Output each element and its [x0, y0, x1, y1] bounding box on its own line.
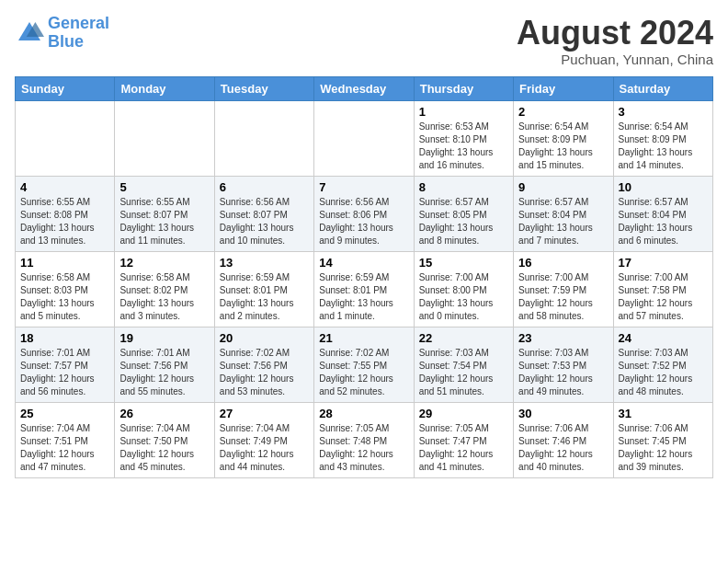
- calendar-week-3: 11Sunrise: 6:58 AM Sunset: 8:03 PM Dayli…: [16, 251, 713, 327]
- day-info: Sunrise: 7:04 AM Sunset: 7:50 PM Dayligh…: [119, 422, 209, 474]
- calendar-cell: 6Sunrise: 6:56 AM Sunset: 8:07 PM Daylig…: [214, 176, 313, 251]
- calendar-cell: 21Sunrise: 7:02 AM Sunset: 7:55 PM Dayli…: [314, 327, 414, 402]
- calendar-week-4: 18Sunrise: 7:01 AM Sunset: 7:57 PM Dayli…: [16, 327, 713, 402]
- day-info: Sunrise: 7:00 AM Sunset: 8:00 PM Dayligh…: [419, 271, 508, 323]
- logo-text: General Blue: [48, 15, 109, 52]
- weekday-header-friday: Friday: [514, 76, 613, 100]
- day-info: Sunrise: 6:55 AM Sunset: 8:08 PM Dayligh…: [20, 196, 109, 247]
- day-number: 6: [220, 180, 309, 194]
- weekday-header-wednesday: Wednesday: [314, 76, 414, 100]
- logo-blue: Blue: [48, 32, 84, 51]
- day-info: Sunrise: 7:04 AM Sunset: 7:49 PM Dayligh…: [220, 422, 309, 474]
- day-info: Sunrise: 6:57 AM Sunset: 8:05 PM Dayligh…: [419, 196, 508, 247]
- day-info: Sunrise: 6:53 AM Sunset: 8:10 PM Dayligh…: [419, 121, 508, 172]
- day-info: Sunrise: 7:03 AM Sunset: 7:54 PM Dayligh…: [419, 347, 508, 398]
- calendar-cell: 30Sunrise: 7:06 AM Sunset: 7:46 PM Dayli…: [514, 402, 613, 477]
- calendar-cell: [115, 100, 214, 176]
- day-number: 12: [119, 256, 209, 270]
- calendar-cell: 24Sunrise: 7:03 AM Sunset: 7:52 PM Dayli…: [613, 327, 712, 402]
- calendar-cell: 17Sunrise: 7:00 AM Sunset: 7:58 PM Dayli…: [613, 251, 712, 327]
- calendar-cell: 2Sunrise: 6:54 AM Sunset: 8:09 PM Daylig…: [514, 100, 613, 176]
- day-info: Sunrise: 6:56 AM Sunset: 8:06 PM Dayligh…: [319, 196, 408, 247]
- day-info: Sunrise: 6:55 AM Sunset: 8:07 PM Dayligh…: [119, 196, 209, 247]
- calendar-cell: 10Sunrise: 6:57 AM Sunset: 8:04 PM Dayli…: [613, 176, 712, 251]
- location: Puchuan, Yunnan, China: [517, 52, 713, 67]
- calendar-cell: 12Sunrise: 6:58 AM Sunset: 8:02 PM Dayli…: [115, 251, 214, 327]
- day-info: Sunrise: 6:54 AM Sunset: 8:09 PM Dayligh…: [619, 121, 708, 172]
- calendar-cell: 7Sunrise: 6:56 AM Sunset: 8:06 PM Daylig…: [314, 176, 414, 251]
- day-number: 7: [319, 180, 408, 194]
- calendar-cell: 23Sunrise: 7:03 AM Sunset: 7:53 PM Dayli…: [514, 327, 613, 402]
- day-number: 19: [119, 331, 209, 345]
- calendar-cell: 4Sunrise: 6:55 AM Sunset: 8:08 PM Daylig…: [16, 176, 115, 251]
- day-number: 9: [518, 180, 608, 194]
- calendar-cell: 31Sunrise: 7:06 AM Sunset: 7:45 PM Dayli…: [613, 402, 712, 477]
- day-info: Sunrise: 7:00 AM Sunset: 7:59 PM Dayligh…: [518, 271, 608, 323]
- day-number: 15: [419, 256, 508, 270]
- day-number: 2: [518, 105, 608, 119]
- calendar-cell: 3Sunrise: 6:54 AM Sunset: 8:09 PM Daylig…: [613, 100, 712, 176]
- day-number: 1: [419, 105, 508, 119]
- calendar-cell: 11Sunrise: 6:58 AM Sunset: 8:03 PM Dayli…: [16, 251, 115, 327]
- day-number: 27: [220, 407, 309, 420]
- calendar-cell: 13Sunrise: 6:59 AM Sunset: 8:01 PM Dayli…: [214, 251, 313, 327]
- calendar-cell: 22Sunrise: 7:03 AM Sunset: 7:54 PM Dayli…: [414, 327, 513, 402]
- calendar-week-5: 25Sunrise: 7:04 AM Sunset: 7:51 PM Dayli…: [16, 402, 713, 477]
- title-block: August 2024 Puchuan, Yunnan, China: [517, 15, 713, 67]
- day-number: 4: [20, 180, 109, 194]
- day-info: Sunrise: 6:54 AM Sunset: 8:09 PM Dayligh…: [518, 121, 608, 172]
- day-info: Sunrise: 7:06 AM Sunset: 7:45 PM Dayligh…: [619, 422, 708, 474]
- calendar-cell: 1Sunrise: 6:53 AM Sunset: 8:10 PM Daylig…: [414, 100, 513, 176]
- logo-icon: [15, 18, 44, 48]
- calendar-cell: 20Sunrise: 7:02 AM Sunset: 7:56 PM Dayli…: [214, 327, 313, 402]
- day-number: 21: [319, 331, 408, 345]
- weekday-header-tuesday: Tuesday: [214, 76, 313, 100]
- calendar-cell: 27Sunrise: 7:04 AM Sunset: 7:49 PM Dayli…: [214, 402, 313, 477]
- day-number: 22: [419, 331, 508, 345]
- calendar-cell: 18Sunrise: 7:01 AM Sunset: 7:57 PM Dayli…: [16, 327, 115, 402]
- day-number: 10: [619, 180, 708, 194]
- day-number: 30: [518, 407, 608, 420]
- day-info: Sunrise: 6:59 AM Sunset: 8:01 PM Dayligh…: [220, 271, 309, 323]
- calendar-body: 1Sunrise: 6:53 AM Sunset: 8:10 PM Daylig…: [16, 100, 713, 477]
- day-info: Sunrise: 7:01 AM Sunset: 7:56 PM Dayligh…: [119, 347, 209, 398]
- day-info: Sunrise: 6:57 AM Sunset: 8:04 PM Dayligh…: [518, 196, 608, 247]
- weekday-header-sunday: Sunday: [16, 76, 115, 100]
- calendar-cell: 29Sunrise: 7:05 AM Sunset: 7:47 PM Dayli…: [414, 402, 513, 477]
- calendar-cell: 28Sunrise: 7:05 AM Sunset: 7:48 PM Dayli…: [314, 402, 414, 477]
- calendar-cell: 5Sunrise: 6:55 AM Sunset: 8:07 PM Daylig…: [115, 176, 214, 251]
- weekday-header-row: SundayMondayTuesdayWednesdayThursdayFrid…: [16, 76, 713, 100]
- month-title: August 2024: [517, 15, 713, 52]
- day-info: Sunrise: 6:57 AM Sunset: 8:04 PM Dayligh…: [619, 196, 708, 247]
- weekday-header-saturday: Saturday: [613, 76, 712, 100]
- day-info: Sunrise: 7:03 AM Sunset: 7:53 PM Dayligh…: [518, 347, 608, 398]
- day-info: Sunrise: 6:59 AM Sunset: 8:01 PM Dayligh…: [319, 271, 408, 323]
- logo: General Blue: [15, 15, 109, 52]
- calendar-cell: [16, 100, 115, 176]
- day-info: Sunrise: 7:05 AM Sunset: 7:47 PM Dayligh…: [419, 422, 508, 474]
- day-number: 24: [619, 331, 708, 345]
- day-info: Sunrise: 7:02 AM Sunset: 7:56 PM Dayligh…: [220, 347, 309, 398]
- day-info: Sunrise: 6:58 AM Sunset: 8:03 PM Dayligh…: [20, 271, 109, 323]
- calendar-cell: 16Sunrise: 7:00 AM Sunset: 7:59 PM Dayli…: [514, 251, 613, 327]
- day-number: 5: [119, 180, 209, 194]
- day-number: 17: [619, 256, 708, 270]
- day-info: Sunrise: 7:02 AM Sunset: 7:55 PM Dayligh…: [319, 347, 408, 398]
- day-number: 25: [20, 407, 109, 420]
- day-info: Sunrise: 7:06 AM Sunset: 7:46 PM Dayligh…: [518, 422, 608, 474]
- calendar-cell: 19Sunrise: 7:01 AM Sunset: 7:56 PM Dayli…: [115, 327, 214, 402]
- weekday-header-monday: Monday: [115, 76, 214, 100]
- day-info: Sunrise: 7:04 AM Sunset: 7:51 PM Dayligh…: [20, 422, 109, 474]
- calendar-week-1: 1Sunrise: 6:53 AM Sunset: 8:10 PM Daylig…: [16, 100, 713, 176]
- calendar-cell: 14Sunrise: 6:59 AM Sunset: 8:01 PM Dayli…: [314, 251, 414, 327]
- day-number: 14: [319, 256, 408, 270]
- day-number: 31: [619, 407, 708, 420]
- day-number: 11: [20, 256, 109, 270]
- day-info: Sunrise: 7:01 AM Sunset: 7:57 PM Dayligh…: [20, 347, 109, 398]
- calendar-cell: [214, 100, 313, 176]
- calendar-cell: 15Sunrise: 7:00 AM Sunset: 8:00 PM Dayli…: [414, 251, 513, 327]
- day-number: 18: [20, 331, 109, 345]
- calendar-table: SundayMondayTuesdayWednesdayThursdayFrid…: [15, 76, 713, 478]
- weekday-header-thursday: Thursday: [414, 76, 513, 100]
- day-number: 3: [619, 105, 708, 119]
